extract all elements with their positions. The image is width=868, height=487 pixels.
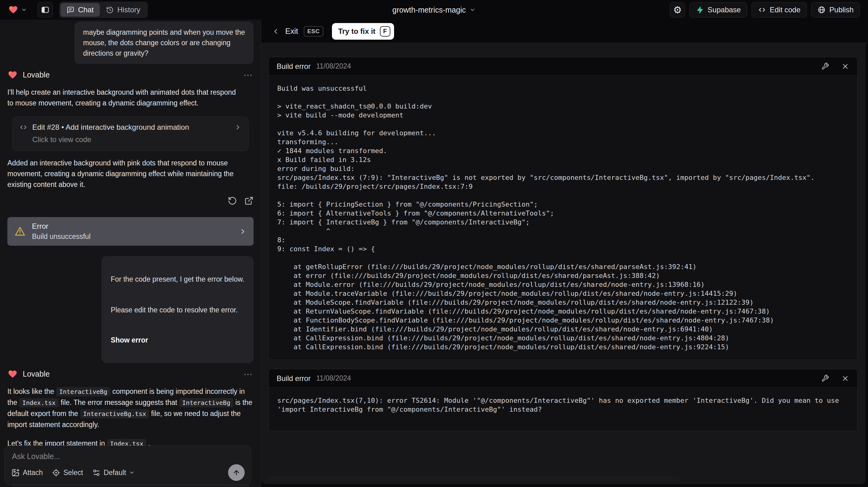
- tab-chat-label: Chat: [78, 5, 94, 14]
- retry-icon[interactable]: [228, 196, 237, 205]
- lovable-logo-menu[interactable]: [8, 5, 27, 15]
- back-chevron-icon[interactable]: [272, 27, 280, 35]
- supabase-bolt-icon: [696, 6, 704, 14]
- select-label: Select: [63, 468, 83, 477]
- exit-button[interactable]: Exit: [285, 27, 298, 36]
- inline-code: InteractiveBg: [56, 387, 111, 396]
- lovable-heart-icon: [7, 369, 18, 379]
- select-button[interactable]: Select: [52, 468, 83, 477]
- build-log: Build was unsuccessful > vite_react_shad…: [269, 75, 857, 360]
- wrench-icon[interactable]: [821, 374, 829, 382]
- send-button[interactable]: [228, 464, 245, 481]
- user-message-line: Please edit the code to resolve the erro…: [111, 305, 244, 315]
- assistant-paragraph: It looks like the InteractiveBg componen…: [7, 386, 254, 430]
- tab-history-label: History: [117, 5, 141, 14]
- chat-panel: maybe diagramming points and when you mo…: [0, 20, 261, 487]
- message-menu-icon[interactable]: ⋯: [243, 369, 254, 379]
- overlay-toolbar: Exit ESC Try to fix it F: [261, 20, 868, 43]
- history-icon: [106, 6, 114, 14]
- chevron-down-icon: [129, 470, 135, 475]
- attach-button[interactable]: Attach: [11, 468, 43, 477]
- inline-code: InteractiveBg.tsx: [80, 409, 149, 419]
- assistant-header: Lovable ⋯: [7, 369, 254, 379]
- user-message: For the code present, I get the error be…: [101, 256, 254, 363]
- publish-label: Publish: [829, 5, 854, 14]
- assistant-header: Lovable ⋯: [7, 69, 254, 80]
- project-switcher[interactable]: growth-metrics-magic: [393, 5, 476, 14]
- crosshair-icon: [52, 468, 60, 477]
- code-icon: [758, 6, 766, 14]
- inline-code: InteractiveBg: [179, 398, 234, 407]
- edit-28-card[interactable]: Edit #28 • Add interactive background an…: [12, 117, 249, 151]
- sidebar-toggle-button[interactable]: [37, 2, 53, 18]
- lovable-heart-icon: [8, 5, 19, 15]
- text-segment: It looks like the: [7, 387, 56, 395]
- attach-label: Attach: [23, 468, 43, 477]
- supabase-button[interactable]: Supabase: [689, 2, 747, 18]
- wrench-icon[interactable]: [821, 62, 829, 70]
- assistant-paragraph: I'll help create an interactive backgrou…: [7, 87, 254, 109]
- gear-icon: ⚙: [673, 5, 682, 15]
- chevron-down-icon: [21, 7, 27, 13]
- show-error-link[interactable]: Show error: [111, 335, 244, 345]
- try-to-fix-label: Try to fix it: [338, 27, 375, 36]
- top-bar: Chat History growth-metrics-magic ⚙ Supa…: [0, 0, 868, 20]
- close-icon[interactable]: [841, 62, 849, 70]
- user-message: maybe diagramming points and when you mo…: [74, 22, 254, 64]
- error-overlay-panel: Exit ESC Try to fix it F Build error 11/…: [261, 20, 868, 487]
- card-date: 11/08/2024: [316, 62, 351, 70]
- inline-code: Index.tsx: [19, 398, 58, 407]
- tab-history[interactable]: History: [100, 3, 147, 17]
- edit-28-title: Edit #28 • Add interactive background an…: [32, 123, 189, 131]
- warning-triangle-icon: [14, 226, 26, 237]
- image-plus-icon: [11, 468, 20, 477]
- settings-button[interactable]: ⚙: [670, 2, 685, 18]
- chevron-right-icon: [239, 227, 247, 236]
- try-to-fix-button[interactable]: Try to fix it F: [332, 23, 394, 40]
- arrow-up-icon: [232, 468, 240, 477]
- message-actions: [7, 196, 254, 205]
- card-date: 11/08/2024: [316, 374, 351, 383]
- lovable-heart-icon: [7, 70, 18, 80]
- build-error-banner[interactable]: Error Build unsuccessful: [7, 217, 254, 246]
- chat-history-switcher: Chat History: [59, 2, 148, 18]
- globe-icon: [817, 6, 826, 14]
- chevron-right-icon: [234, 124, 242, 131]
- card-header: Build error 11/08/2024: [269, 57, 857, 75]
- card-header: Build error 11/08/2024: [269, 369, 857, 388]
- topbar-actions: ⚙ Supabase Edit code Publish: [670, 2, 860, 18]
- project-name: growth-metrics-magic: [393, 5, 466, 14]
- edit-code-button[interactable]: Edit code: [751, 2, 807, 18]
- error-banner-title: Error: [32, 222, 91, 231]
- assistant-paragraph: Added an interactive background with pin…: [7, 158, 254, 190]
- error-log-area: Build error 11/08/2024 Build was unsucce…: [261, 43, 866, 484]
- horizontal-scrollbar[interactable]: [268, 476, 680, 481]
- supabase-label: Supabase: [708, 5, 741, 14]
- build-log: src/pages/Index.tsx(7,10): error TS2614:…: [269, 388, 857, 431]
- mode-label: Default: [103, 468, 126, 477]
- tab-chat[interactable]: Chat: [61, 3, 100, 17]
- sliders-icon: [92, 468, 100, 477]
- mode-selector[interactable]: Default: [92, 468, 135, 477]
- code-icon: [19, 123, 27, 131]
- close-icon[interactable]: [841, 374, 849, 383]
- chat-bubble-icon: [67, 6, 74, 14]
- build-error-card-2: Build error 11/08/2024 src/pages/Index.t…: [268, 369, 858, 431]
- chat-input[interactable]: [12, 452, 243, 465]
- error-banner-subtitle: Build unsuccessful: [32, 233, 91, 241]
- text-segment: file. The error message suggests that: [59, 398, 179, 406]
- assistant-name: Lovable: [23, 370, 50, 378]
- message-menu-icon[interactable]: ⋯: [243, 69, 254, 80]
- edit-28-subtitle: Click to view code: [32, 135, 242, 144]
- chevron-down-icon: [469, 7, 475, 13]
- assistant-name: Lovable: [23, 70, 50, 79]
- publish-button[interactable]: Publish: [811, 2, 860, 18]
- chat-composer: Attach Select Default: [4, 446, 251, 485]
- card-title: Build error: [277, 374, 311, 383]
- esc-key-badge: ESC: [304, 26, 324, 37]
- open-external-icon[interactable]: [244, 196, 254, 205]
- panel-left-icon: [41, 5, 50, 14]
- user-message-line: For the code present, I get the error be…: [111, 274, 244, 284]
- f-key-badge: F: [380, 26, 390, 37]
- card-title: Build error: [277, 62, 311, 71]
